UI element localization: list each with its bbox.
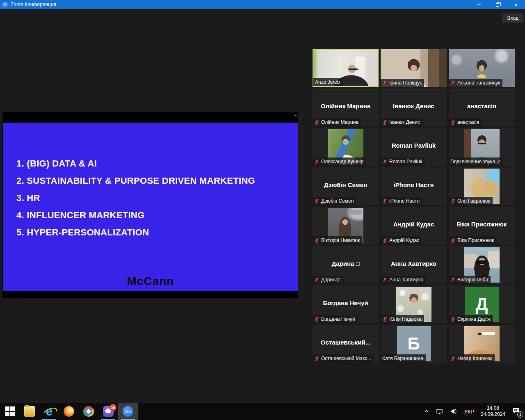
participant-label-text: Скрипка Дар'я [457, 316, 490, 322]
participant-label-text: Назар Кононюк [457, 356, 492, 361]
taskbar-zoom-button[interactable] [118, 403, 138, 420]
participant-tile[interactable]: Олександр Кушнір [313, 128, 379, 166]
participant-label-text: Roman Pavliuk [389, 159, 422, 164]
participant-tile[interactable]: Дарина □ Дарина□ [313, 246, 379, 284]
participant-label-text: Олійник Марина [321, 119, 358, 125]
muted-mic-icon [382, 120, 388, 125]
participant-label-text: Дарина□ [321, 277, 341, 283]
muted-mic-icon [450, 80, 456, 86]
close-button[interactable]: × [507, 0, 525, 9]
meeting-content: Вход 1. (BIG) DATA & AI 2. SUSTAINABILIT… [0, 9, 525, 403]
participant-tile[interactable]: Anze Jereb [313, 49, 379, 87]
login-button[interactable]: Вход [502, 14, 523, 23]
participant-label-text: Віка Присяжнюк [457, 237, 494, 243]
muted-mic-icon [450, 120, 456, 125]
participant-tile[interactable]: Оля Гаврилюк [449, 167, 515, 205]
muted-mic-icon [314, 317, 320, 322]
clock[interactable]: 14:08 24.09.2024 [481, 405, 505, 418]
participant-label-text: Катя Баранишина [382, 356, 423, 361]
muted-mic-icon [314, 277, 320, 283]
window-title: Zoom Конференция [11, 2, 56, 7]
muted-mic-icon [450, 277, 456, 283]
participant-tile[interactable]: Богдана Нечуй Богдана Нечуй [313, 285, 379, 323]
participant-label: Скрипка Дар'я [449, 315, 493, 323]
participant-tile[interactable]: Ірина Поліщук [381, 49, 447, 87]
taskbar-viber-button[interactable]: 58 [98, 403, 118, 420]
muted-mic-icon [450, 356, 456, 361]
muted-mic-icon [382, 199, 388, 204]
participant-tile[interactable]: Олійник Марина Олійник Марина [313, 89, 379, 126]
participant-tile[interactable]: Б Катя Баранишина [381, 325, 447, 363]
slide-topic-list: 1. (BIG) DATA & AI 2. SUSTAINABILITY & P… [16, 155, 255, 241]
tray-chevron-up-icon[interactable] [424, 409, 429, 414]
participant-tile[interactable]: Дзюбін Семен Дзюбін Семен [313, 167, 379, 205]
file-explorer-icon [24, 406, 35, 417]
participant-tile[interactable]: Юлія Надьоха [381, 285, 447, 323]
participant-label: Anze Jereb [313, 78, 342, 86]
participant-label: Іванюк Денис [381, 118, 422, 126]
participant-tile[interactable]: Подключение звука ✓ [449, 128, 515, 166]
taskbar-file-explorer-button[interactable] [20, 403, 39, 420]
participant-tile[interactable]: Roman Pavliuk Roman Pavliuk [381, 128, 447, 166]
firefox-icon [64, 406, 74, 417]
muted-mic-icon [382, 277, 388, 283]
participant-label-text: Вікторія Ляба [457, 277, 488, 283]
muted-mic-icon [314, 199, 320, 204]
participant-tile[interactable]: Іванюк Денис Іванюк Денис [381, 89, 447, 126]
window-controls: × [470, 0, 525, 9]
participant-tile[interactable]: анастасія анастасія [449, 89, 515, 126]
participant-label: Оля Гаврилюк [449, 197, 493, 205]
participant-label-text: Іванюк Денис [389, 119, 420, 125]
participant-tile[interactable]: Андрій Кудас Андрій Кудас [381, 207, 447, 244]
participant-label: Віка Присяжнюк [449, 236, 497, 244]
tray-time: 14:08 [481, 405, 505, 411]
participant-label: анастасія [449, 118, 482, 126]
participant-tile[interactable]: Вікторія Ляба [449, 246, 515, 284]
participant-tile[interactable]: Д Скрипка Дар'я [449, 285, 515, 323]
participant-label: iPhone Настя [381, 197, 422, 205]
start-icon [5, 406, 15, 417]
slide-item: 2. SUSTAINABILITY & PURPOSE DRIVEN MARKE… [16, 172, 255, 189]
viber-badge: 58 [110, 404, 116, 411]
participant-tile[interactable]: Осташевський... Осташевський Макс... [313, 325, 379, 363]
taskbar-apps: 58 [0, 403, 138, 420]
participant-label: Ірина Поліщук [381, 79, 424, 87]
participant-label-text: Альона Танасійчук [457, 80, 500, 86]
slide-item: 4. INFLUENCER MARKETING [16, 207, 255, 224]
taskbar-internet-explorer-button[interactable] [39, 403, 59, 420]
taskbar-chrome-button[interactable] [79, 403, 98, 420]
zoom-meeting-window: zm Zoom Конференция × Вход 1. (BIG) DATA… [0, 0, 525, 420]
muted-mic-icon [382, 238, 388, 243]
participant-label: Катя Баранишина [381, 354, 426, 363]
taskbar-start-button[interactable] [0, 403, 20, 420]
restore-button[interactable] [488, 0, 507, 9]
participant-label: Анна Хавтирко [381, 276, 426, 284]
participant-tile[interactable]: Вікторія Никитюк [313, 207, 379, 244]
participant-label: Вікторія Никитюк [313, 236, 362, 244]
action-center-button[interactable]: 1 [512, 407, 520, 416]
participant-label-text: Подключение звука [450, 159, 495, 164]
participant-tile[interactable]: Назар Кононюк [449, 325, 515, 363]
taskbar-firefox-button[interactable] [59, 403, 79, 420]
slide-item: 1. (BIG) DATA & AI [16, 155, 255, 172]
participant-tile[interactable]: Віка Присяжнюк Віка Присяжнюк [449, 207, 515, 244]
participant-tile[interactable]: iPhone Настя iPhone Настя [381, 167, 447, 205]
participant-label: Богдана Нечуй [313, 315, 358, 323]
volume-icon[interactable] [450, 408, 457, 415]
network-icon[interactable] [436, 408, 443, 415]
mccann-logo: McCann [3, 275, 298, 288]
system-tray: УКР 14:08 24.09.2024 1 [424, 405, 525, 418]
participant-tile[interactable]: Анна Хавтирко Анна Хавтирко [381, 246, 447, 284]
audio-check-icon: ✓ [497, 159, 501, 164]
participant-tile[interactable]: Альона Танасійчук [449, 49, 515, 87]
participant-label-text: Анна Хавтирко [389, 277, 423, 283]
muted-mic-icon [314, 120, 320, 125]
participant-label: Roman Pavliuk [381, 158, 425, 166]
language-indicator[interactable]: УКР [464, 409, 474, 415]
zoom-app-icon: zm [2, 2, 8, 8]
participant-label: Дзюбін Семен [313, 197, 356, 205]
minimize-button[interactable] [470, 0, 488, 9]
slide-item: 3. HR [16, 189, 255, 207]
presentation-slide: 1. (BIG) DATA & AI 2. SUSTAINABILITY & P… [3, 123, 298, 291]
shared-screen: 1. (BIG) DATA & AI 2. SUSTAINABILITY & P… [2, 112, 298, 298]
